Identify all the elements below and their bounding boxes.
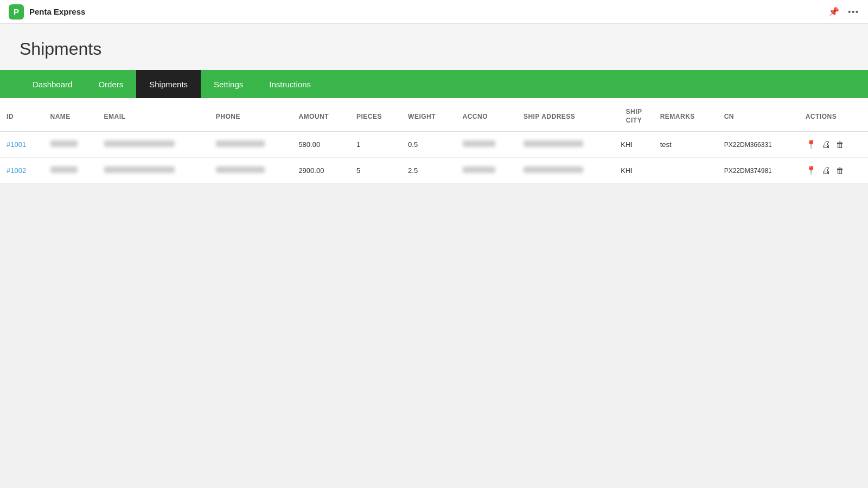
col-header-ship-address: SHIP ADDRESS <box>517 98 614 132</box>
nav-item-settings[interactable]: Settings <box>201 70 256 98</box>
blurred-email-1001 <box>104 140 175 147</box>
cell-ship-city-1001: KHI <box>614 132 653 158</box>
cell-ship-city-1002: KHI <box>614 158 653 184</box>
cell-weight-1002: 2.5 <box>401 158 456 184</box>
app-title: Penta Express <box>29 7 85 16</box>
nav-item-shipments[interactable]: Shipments <box>136 70 201 98</box>
pin-icon[interactable]: 📌 <box>828 7 839 17</box>
delete-icon-1002[interactable]: 🗑 <box>836 166 844 175</box>
location-icon-1002[interactable]: 📍 <box>806 165 816 176</box>
page-title: Shipments <box>20 39 848 59</box>
nav-item-orders[interactable]: Orders <box>85 70 136 98</box>
delete-icon-1001[interactable]: 🗑 <box>836 140 844 149</box>
cell-amount-1001: 580.00 <box>292 132 350 158</box>
cell-name-1002 <box>44 158 98 184</box>
action-icons-1002: 📍 🖨 🗑 <box>806 165 861 176</box>
blurred-addr-1002 <box>524 166 583 173</box>
cell-cn-1001: PX22DM366331 <box>718 132 799 158</box>
top-bar-actions: 📌 ••• <box>828 7 859 17</box>
cell-pieces-1002: 5 <box>350 158 401 184</box>
table-row: #1001 580.00 1 0.5 <box>0 132 868 158</box>
cell-ship-address-1001 <box>517 132 614 158</box>
print-icon-1002[interactable]: 🖨 <box>822 166 831 176</box>
nav-item-instructions[interactable]: Instructions <box>256 70 324 98</box>
location-icon-1001[interactable]: 📍 <box>806 139 816 150</box>
more-options-icon[interactable]: ••• <box>848 8 859 16</box>
nav-item-dashboard[interactable]: Dashboard <box>20 70 85 98</box>
cell-email-1001 <box>98 132 209 158</box>
col-header-email: EMAIL <box>98 98 209 132</box>
print-icon-1001[interactable]: 🖨 <box>822 140 831 150</box>
cell-id-1001: #1001 <box>0 132 44 158</box>
cell-pieces-1001: 1 <box>350 132 401 158</box>
col-header-name: NAME <box>44 98 98 132</box>
shipments-table: ID NAME EMAIL PHONE AMOUNT PIECES WEIGHT… <box>0 98 868 184</box>
cell-accno-1002 <box>456 158 517 184</box>
cell-name-1001 <box>44 132 98 158</box>
action-icons-1001: 📍 🖨 🗑 <box>806 139 861 150</box>
cell-actions-1001: 📍 🖨 🗑 <box>799 132 868 158</box>
cell-remarks-1002 <box>654 158 718 184</box>
cell-cn-1002: PX22DM374981 <box>718 158 799 184</box>
page-header: Shipments <box>0 24 868 70</box>
table-row: #1002 2900.00 5 2.5 <box>0 158 868 184</box>
col-header-actions: ACTIONS <box>799 98 868 132</box>
col-header-weight: WEIGHT <box>401 98 456 132</box>
col-header-accno: ACCNO <box>456 98 517 132</box>
blurred-phone-1002 <box>216 166 265 173</box>
cell-id-1002: #1002 <box>0 158 44 184</box>
blurred-accno-1002 <box>463 166 495 173</box>
blurred-name-1002 <box>50 166 78 173</box>
col-header-id: ID <box>0 98 44 132</box>
content-area: ID NAME EMAIL PHONE AMOUNT PIECES WEIGHT… <box>0 98 868 184</box>
shipments-table-container: ID NAME EMAIL PHONE AMOUNT PIECES WEIGHT… <box>0 98 868 184</box>
blurred-addr-1001 <box>524 140 583 147</box>
col-header-ship-city: SHIPCITY <box>614 98 653 132</box>
blurred-name-1001 <box>50 140 78 147</box>
col-header-phone: PHONE <box>209 98 292 132</box>
top-bar: P Penta Express 📌 ••• <box>0 0 868 24</box>
cell-ship-address-1002 <box>517 158 614 184</box>
app-icon-letter: P <box>14 7 19 16</box>
col-header-amount: AMOUNT <box>292 98 350 132</box>
cell-actions-1002: 📍 🖨 🗑 <box>799 158 868 184</box>
cell-phone-1002 <box>209 158 292 184</box>
cell-email-1002 <box>98 158 209 184</box>
table-body: #1001 580.00 1 0.5 <box>0 132 868 184</box>
app-icon: P <box>9 4 24 20</box>
cell-remarks-1001: test <box>654 132 718 158</box>
cell-phone-1001 <box>209 132 292 158</box>
cell-amount-1002: 2900.00 <box>292 158 350 184</box>
nav-bar: Dashboard Orders Shipments Settings Inst… <box>0 70 868 98</box>
cell-accno-1001 <box>456 132 517 158</box>
blurred-accno-1001 <box>463 140 495 147</box>
table-header: ID NAME EMAIL PHONE AMOUNT PIECES WEIGHT… <box>0 98 868 132</box>
col-header-pieces: PIECES <box>350 98 401 132</box>
col-header-remarks: REMARKS <box>654 98 718 132</box>
blurred-phone-1001 <box>216 140 265 147</box>
col-header-cn: CN <box>718 98 799 132</box>
blurred-email-1002 <box>104 166 175 173</box>
cell-weight-1001: 0.5 <box>401 132 456 158</box>
app-branding: P Penta Express <box>9 4 85 20</box>
